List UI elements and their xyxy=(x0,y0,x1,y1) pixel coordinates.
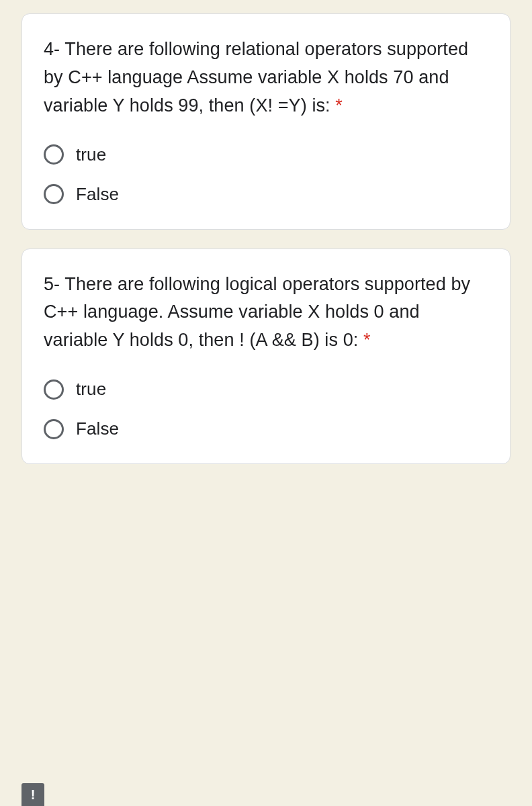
option-true[interactable]: true xyxy=(44,144,488,165)
radio-icon xyxy=(44,379,64,400)
option-label: true xyxy=(76,144,106,165)
question-body: 5- There are following logical operators… xyxy=(44,274,470,351)
alert-badge[interactable]: ! xyxy=(21,783,44,806)
question-text: 4- There are following relational operat… xyxy=(44,36,488,120)
question-card-4: 4- There are following relational operat… xyxy=(21,13,511,230)
required-marker: * xyxy=(335,95,343,116)
question-card-5: 5- There are following logical operators… xyxy=(21,249,511,465)
form-container: 4- There are following relational operat… xyxy=(0,0,532,464)
option-false[interactable]: False xyxy=(44,184,488,205)
option-true[interactable]: true xyxy=(44,379,488,400)
options-group: true False xyxy=(44,379,488,439)
option-label: False xyxy=(76,184,119,205)
option-label: False xyxy=(76,418,119,439)
radio-icon xyxy=(44,184,64,204)
option-label: true xyxy=(76,379,106,400)
alert-icon: ! xyxy=(31,787,36,803)
question-text: 5- There are following logical operators… xyxy=(44,271,488,355)
required-marker: * xyxy=(363,330,371,350)
option-false[interactable]: False xyxy=(44,418,488,439)
radio-icon xyxy=(44,144,64,165)
radio-icon xyxy=(44,419,64,439)
options-group: true False xyxy=(44,144,488,205)
question-body: 4- There are following relational operat… xyxy=(44,39,468,116)
